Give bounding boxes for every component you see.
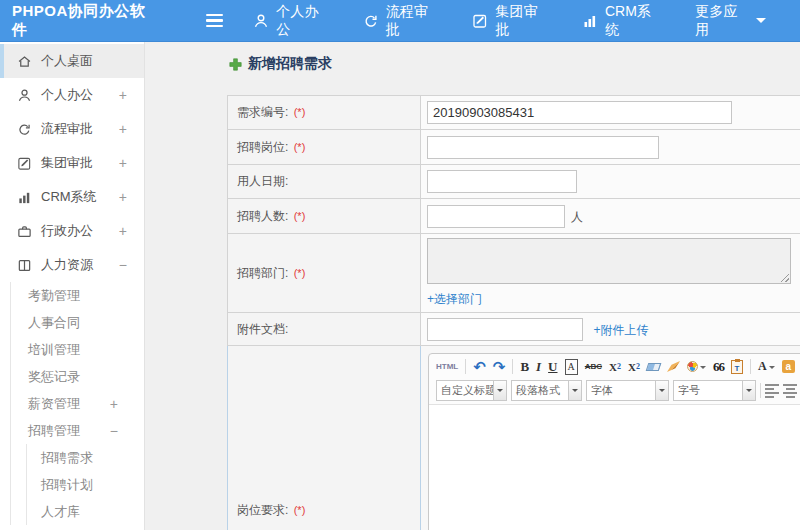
employ-date-input[interactable]	[427, 170, 577, 193]
auto-typeset-button[interactable]	[687, 359, 706, 375]
field-label: 招聘人数:	[237, 209, 288, 223]
recruit-demand-form: 需求编号: (*) 招聘岗位: (*)	[227, 95, 800, 530]
font-family-select[interactable]: 字体	[586, 380, 669, 401]
caret-down-icon	[700, 366, 706, 372]
superscript-button[interactable]: X2	[609, 359, 621, 375]
italic-button[interactable]: I	[536, 359, 541, 375]
briefcase-icon	[17, 224, 32, 239]
sidebar-item-group-approval[interactable]: 集团审批 +	[0, 146, 144, 180]
attachment-input[interactable]	[427, 318, 583, 341]
undo-icon[interactable]: ↶	[473, 359, 486, 375]
expand-plus[interactable]: +	[119, 155, 144, 171]
expand-plus[interactable]: +	[110, 396, 144, 412]
font-size-select[interactable]: 字号	[673, 380, 756, 401]
attachment-upload-link[interactable]: +附件上传	[593, 323, 648, 337]
sidebar-item-hr[interactable]: 人力资源 −	[0, 248, 144, 282]
sidebar-item-personal-office[interactable]: 个人办公 +	[0, 78, 144, 112]
recruit-position-input[interactable]	[427, 136, 659, 159]
expand-plus[interactable]: +	[119, 223, 144, 239]
sidebar-item-desktop[interactable]: 个人桌面	[0, 44, 144, 78]
sidebar-item-attendance[interactable]: 考勤管理	[11, 282, 144, 309]
form-row-job-requirements: 岗位要求: (*) HTML ↶ ↷ B I	[228, 346, 800, 530]
app-title: PHPOA协同办公软件	[12, 2, 156, 40]
required-mark: (*)	[294, 267, 306, 279]
editor-content-area[interactable]	[429, 404, 800, 530]
expand-plus[interactable]: +	[119, 121, 144, 137]
sidebar-item-salary[interactable]: 薪资管理 +	[11, 390, 144, 417]
clipboard-icon: T	[731, 360, 743, 374]
editor-toolbar-row1: HTML ↶ ↷ B I U A ABC X2	[429, 354, 800, 378]
caret-down-icon	[494, 380, 507, 401]
font-color-button[interactable]: A	[758, 359, 775, 375]
underline-button[interactable]: U	[548, 359, 557, 375]
custom-title-select[interactable]: 自定义标题	[436, 380, 507, 401]
sidebar: 个人桌面 个人办公 + 流程审批 + 集团审批	[0, 42, 145, 530]
nav-group-approval[interactable]: 集团审批	[472, 3, 548, 39]
clear-format-button[interactable]	[667, 359, 680, 375]
nav-process-approval[interactable]: 流程审批	[363, 3, 439, 39]
source-code-button[interactable]: HTML	[436, 359, 458, 375]
top-nav: 个人办公 流程审批 集团审批 CRM系统 更多应用	[253, 3, 800, 39]
blockquote-button[interactable]: 66	[713, 359, 724, 375]
sidebar-item-process-approval[interactable]: 流程审批 +	[0, 112, 144, 146]
format-eraser-button[interactable]	[647, 359, 660, 375]
nav-more-apps[interactable]: 更多应用	[695, 3, 766, 39]
required-mark: (*)	[294, 210, 306, 222]
sidebar-item-label: 个人办公	[41, 86, 93, 104]
sidebar-item-hr-contract[interactable]: 人事合同	[11, 309, 144, 336]
sidebar-item-crm[interactable]: CRM系统 +	[0, 180, 144, 214]
field-label: 需求编号:	[237, 105, 288, 119]
sidebar-item-label: 人力资源	[41, 256, 93, 274]
form-row-position: 招聘岗位: (*)	[228, 130, 800, 165]
sidebar-item-label: 行政办公	[41, 222, 93, 240]
caret-down-icon	[569, 380, 582, 401]
expand-plus[interactable]: +	[119, 189, 144, 205]
sidebar-item-talent-pool[interactable]: 人才库	[27, 498, 144, 525]
main-content: 新增招聘需求 需求编号: (*) 招聘岗位: (*)	[145, 42, 800, 530]
subscript-button[interactable]: X2	[628, 359, 640, 375]
collapse-minus[interactable]: −	[119, 257, 144, 273]
sidebar-item-training[interactable]: 培训管理	[11, 336, 144, 363]
hr-submenu: 考勤管理 人事合同 培训管理 奖惩记录 薪资管理 + 招聘管理 −	[10, 282, 144, 525]
nav-label: 流程审批	[386, 3, 439, 39]
sidebar-item-label: 个人桌面	[41, 52, 93, 70]
select-department-link[interactable]: +选择部门	[427, 292, 482, 306]
highlight-icon: a	[782, 360, 795, 373]
sidebar-item-rewards[interactable]: 奖惩记录	[11, 363, 144, 390]
resize-handle[interactable]	[780, 273, 789, 282]
recruit-count-input[interactable]	[427, 205, 565, 228]
process-icon	[363, 13, 379, 29]
font-border-button[interactable]: A	[565, 359, 578, 375]
nav-label: CRM系统	[605, 3, 661, 39]
align-left-button[interactable]	[765, 384, 779, 398]
nav-crm-system[interactable]: CRM系统	[582, 3, 661, 39]
caret-down-icon	[743, 380, 756, 401]
paragraph-format-select[interactable]: 段落格式	[511, 380, 582, 401]
recruit-department-textarea[interactable]	[427, 238, 791, 284]
nav-label: 集团审批	[495, 3, 548, 39]
nav-personal-office[interactable]: 个人办公	[253, 3, 329, 39]
sidebar-item-label: 招聘需求	[41, 449, 93, 467]
sidebar-item-label: 人事合同	[28, 314, 80, 332]
edit-icon	[17, 156, 32, 171]
bold-button[interactable]: B	[520, 359, 529, 375]
demand-number-input[interactable]	[427, 101, 732, 124]
paste-text-button[interactable]: T	[731, 359, 743, 375]
form-row-headcount: 招聘人数: (*) 人	[228, 199, 800, 234]
page-title: 新增招聘需求	[248, 55, 332, 73]
menu-toggle-icon[interactable]	[202, 10, 227, 32]
sidebar-item-admin-office[interactable]: 行政办公 +	[0, 214, 144, 248]
redo-icon[interactable]: ↷	[493, 359, 506, 375]
highlight-color-button[interactable]: a	[782, 359, 795, 375]
sidebar-item-recruit-mgmt[interactable]: 招聘管理 −	[11, 417, 144, 444]
page-title-row: 新增招聘需求	[229, 55, 800, 73]
align-center-button[interactable]	[783, 384, 797, 398]
strikethrough-button[interactable]: ABC	[585, 359, 602, 375]
user-icon	[253, 13, 269, 29]
collapse-minus[interactable]: −	[110, 423, 144, 439]
form-row-demand-number: 需求编号: (*)	[228, 96, 800, 130]
sidebar-item-recruit-demand[interactable]: 招聘需求	[27, 444, 144, 471]
expand-plus[interactable]: +	[119, 87, 144, 103]
sidebar-item-recruit-plan[interactable]: 招聘计划	[27, 471, 144, 498]
field-label: 附件文档:	[237, 322, 288, 336]
